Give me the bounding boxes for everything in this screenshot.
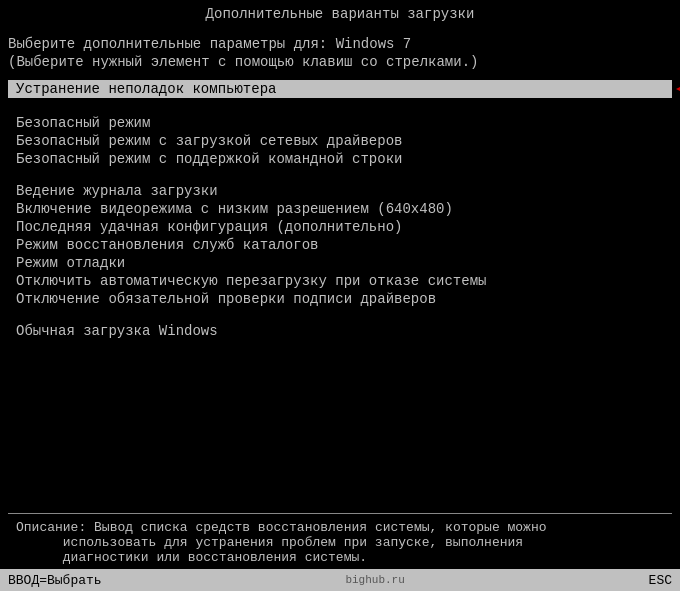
- description-text: Вывод списка средств восстановления сист…: [16, 520, 547, 565]
- spacer-1: [8, 100, 672, 114]
- main-content: Выберите дополнительные параметры для: W…: [0, 32, 680, 569]
- menu-group-1: Безопасный режим Безопасный режим с загр…: [8, 114, 672, 168]
- title-bar: Дополнительные варианты загрузки: [0, 0, 680, 32]
- watermark: bighub.ru: [345, 574, 404, 586]
- list-item[interactable]: Безопасный режим с загрузкой сетевых дра…: [8, 132, 672, 150]
- list-item[interactable]: Последняя удачная конфигурация (дополнит…: [8, 218, 672, 236]
- status-right: ESC: [649, 573, 672, 588]
- selected-item-label: Устранение неполадок компьютера: [16, 81, 276, 97]
- description-area: Описание: Вывод списка средств восстанов…: [8, 513, 672, 569]
- selected-menu-item[interactable]: Устранение неполадок компьютера: [8, 80, 672, 98]
- list-item[interactable]: Режим восстановления служб каталогов: [8, 236, 672, 254]
- status-bar: ВВОД=Выбрать bighub.ru ESC: [0, 569, 680, 591]
- list-item[interactable]: Включение видеорежима с низким разрешени…: [8, 200, 672, 218]
- screen-title: Дополнительные варианты загрузки: [206, 6, 475, 22]
- header-line2: (Выберите нужный элемент с помощью клави…: [8, 54, 672, 70]
- list-item[interactable]: Режим отладки: [8, 254, 672, 272]
- list-item[interactable]: Обычная загрузка Windows: [8, 322, 672, 340]
- list-item[interactable]: Безопасный режим с поддержкой командной …: [8, 150, 672, 168]
- menu-area: Устранение неполадок компьютера Безопасн…: [8, 80, 672, 513]
- header-line1: Выберите дополнительные параметры для: W…: [8, 36, 672, 52]
- list-item[interactable]: Безопасный режим: [8, 114, 672, 132]
- description-label: Описание:: [16, 520, 86, 535]
- list-item[interactable]: Отключение обязательной проверки подписи…: [8, 290, 672, 308]
- status-left: ВВОД=Выбрать: [8, 573, 102, 588]
- list-item[interactable]: Ведение журнала загрузки: [8, 182, 672, 200]
- arrow-icon: [676, 77, 680, 101]
- list-item[interactable]: Отключить автоматическую перезагрузку пр…: [8, 272, 672, 290]
- boot-screen: Дополнительные варианты загрузки Выберит…: [0, 0, 680, 591]
- menu-group-3: Обычная загрузка Windows: [8, 322, 672, 340]
- menu-group-2: Ведение журнала загрузки Включение видео…: [8, 182, 672, 308]
